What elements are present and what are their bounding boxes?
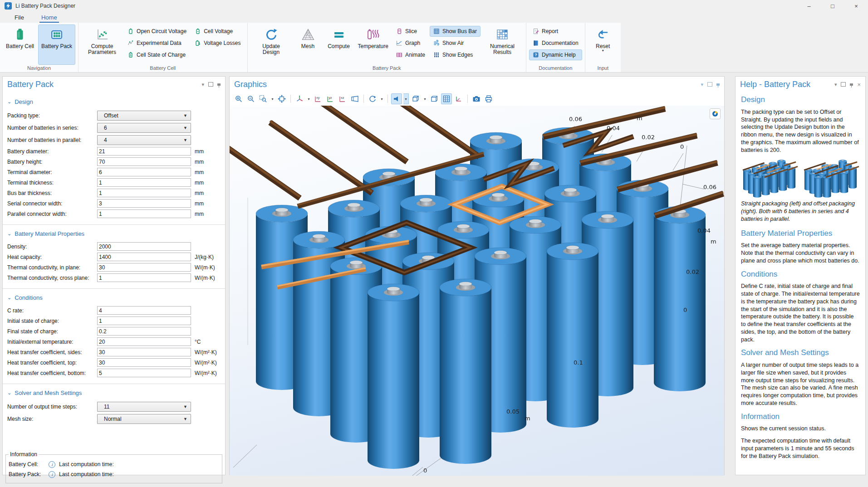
heat-capacity-input[interactable] [97,253,191,261]
mesh-button[interactable]: Mesh [293,24,323,65]
open-circuit-voltage-button[interactable]: Open Circuit Voltage [124,26,190,37]
bus-bar-thickness-input[interactable] [97,189,191,197]
rotate-button[interactable] [367,93,378,104]
ribbon-group-label: Navigation [0,65,78,72]
thermal-conductivity-cross-plane-input[interactable] [97,273,191,282]
show-box-button[interactable] [429,93,440,104]
xy-view-button[interactable]: xy [313,93,324,104]
battery-cell-button[interactable]: Battery Cell [3,24,37,65]
zoom-in-button[interactable] [233,93,244,104]
tab-home[interactable]: Home [39,13,59,23]
scene-light-button[interactable] [391,93,402,104]
output-time-steps-select[interactable]: 11▼ [97,402,191,412]
print-button[interactable] [483,93,494,104]
section-design[interactable]: ⌄Design [3,93,225,109]
graph-button[interactable]: Graph [392,38,429,49]
svg-text:xz: xz [341,96,344,100]
temperature-button[interactable]: Temperature [355,24,392,65]
float-panel-icon[interactable] [208,82,213,87]
minimize-button[interactable]: – [797,0,821,12]
show-air-button[interactable]: Show Air [430,38,481,49]
comsol-logo-button[interactable] [710,108,721,119]
maximize-button[interactable]: □ [821,0,844,12]
default-view-menu-caret[interactable]: ▾ [306,94,311,104]
perspective-button[interactable] [349,93,360,104]
numerical-results-button[interactable]: Numerical Results [481,24,523,65]
axis-label: 0.04 [607,125,620,131]
final-state-of-charge-input[interactable] [97,327,191,336]
zoom-out-button[interactable] [245,93,256,104]
info-icon[interactable]: i [49,461,55,468]
animate-button[interactable]: Animate [392,49,429,60]
zoom-box-button[interactable] [258,93,269,104]
float-panel-icon[interactable] [707,82,712,87]
svg-text:?: ? [535,53,537,57]
ribbon-group-battery-cell: Compute Parameters Open Circuit Voltage … [78,23,247,72]
chevron-down-icon[interactable]: ▾ [701,82,703,88]
heat-transfer-sides-input[interactable] [97,348,191,356]
scene-light-menu-caret[interactable]: ▾ [403,93,409,104]
snapshot-button[interactable] [471,93,482,104]
yz-view-button[interactable]: yz [325,93,336,104]
view-options-menu-caret[interactable]: ▾ [422,94,427,104]
field-row: Battery height: mm [3,156,225,167]
show-edges-button[interactable]: Show Edges [430,49,481,60]
chevron-down-icon[interactable]: ▾ [201,82,204,88]
voltage-losses-button[interactable]: Voltage Losses [191,38,244,49]
mesh-size-select[interactable]: Normal▼ [97,414,191,424]
initial-state-of-charge-input[interactable] [97,317,191,325]
rotate-menu-caret[interactable]: ▾ [379,94,384,104]
zoom-extents-button[interactable] [276,93,287,104]
battery-pack-button[interactable]: Battery Pack [38,24,75,65]
reset-button[interactable]: Reset ▾ [588,24,618,65]
update-design-button[interactable]: Update Design [250,24,292,65]
cell-state-of-charge-button[interactable]: Cell State of Charge [124,49,190,60]
documentation-button[interactable]: Documentation [529,38,582,49]
info-icon[interactable]: i [49,471,55,478]
pin-icon[interactable] [716,83,720,86]
terminal-thickness-input[interactable] [97,178,191,187]
compute-button[interactable]: Compute [324,24,354,65]
compute-parameters-button[interactable]: Compute Parameters [81,24,123,65]
tab-file[interactable]: File [13,13,26,23]
cell-voltage-button[interactable]: Cell Voltage [191,26,244,37]
default-view-button[interactable] [294,93,305,104]
section-battery-material-properties[interactable]: ⌄Battery Material Properties [3,225,225,241]
thermal-conductivity-in-plane-input[interactable] [97,263,191,272]
density-input[interactable] [97,242,191,251]
information-box: Information Battery Cell: i Last computa… [5,451,222,483]
float-panel-icon[interactable] [841,82,846,87]
battery-icon [195,28,201,34]
parallel-connector-width-input[interactable] [97,209,191,218]
xz-view-button[interactable]: xz [337,93,348,104]
slice-button[interactable]: Slice [392,26,429,37]
view-options-button[interactable] [410,93,421,104]
initial-external-temperature-input[interactable] [97,337,191,346]
show-grid-button[interactable] [441,93,452,104]
battery-diameter-input[interactable] [97,147,191,156]
show-bus-bar-button[interactable]: Show Bus Bar [430,26,481,37]
battery-height-input[interactable] [97,157,191,166]
batteries-in-parallel-select[interactable]: 4▼ [97,135,191,145]
show-axes-button[interactable] [453,93,464,104]
experimental-data-button[interactable]: Experimental Data [124,38,190,49]
close-button[interactable]: × [844,0,868,12]
pin-icon[interactable] [217,83,221,86]
section-solver-and-mesh[interactable]: ⌄Solver and Mesh Settings [3,384,225,400]
heat-transfer-top-input[interactable] [97,358,191,367]
batteries-in-series-select[interactable]: 6▼ [97,123,191,133]
chevron-down-icon[interactable]: ▾ [834,82,837,88]
section-conditions[interactable]: ⌄Conditions [3,289,225,305]
graphics-canvas[interactable]: 0.06 0.04 0.02 m 0 0.06 0.04 m 0.02 0 0.… [230,106,724,476]
close-icon[interactable]: × [857,81,861,88]
packing-type-select[interactable]: Offset▼ [97,111,191,121]
dynamic-help-button[interactable]: ? Dynamic Help [529,49,582,60]
c-rate-input[interactable] [97,306,191,315]
zoom-box-menu-caret[interactable]: ▾ [270,94,275,104]
serial-connector-width-input[interactable] [97,199,191,208]
terminal-diameter-input[interactable] [97,168,191,176]
heat-transfer-bottom-input[interactable] [97,369,191,377]
pin-icon[interactable] [850,83,853,86]
report-button[interactable]: Report [529,26,582,37]
battery-bolt-icon [128,52,134,58]
